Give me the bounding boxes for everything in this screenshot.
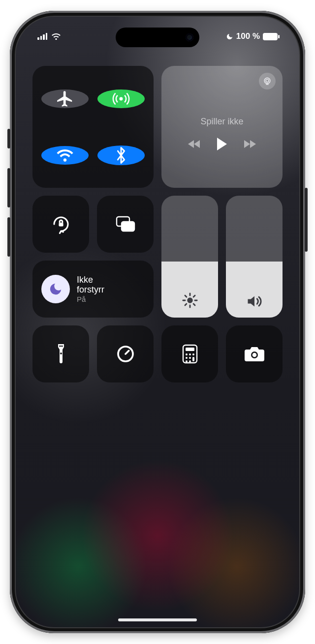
svg-point-6 (187, 297, 192, 303)
svg-point-14 (186, 357, 188, 359)
wifi-status-icon (51, 33, 61, 40)
forward-button[interactable] (242, 139, 257, 149)
cellular-data-toggle[interactable] (97, 89, 145, 108)
moon-icon (48, 282, 63, 296)
svg-rect-10 (186, 348, 194, 351)
control-center: Spiller ikke (32, 66, 283, 382)
brightness-slider[interactable] (161, 196, 218, 318)
svg-point-0 (120, 97, 123, 100)
flashlight-button[interactable] (32, 325, 89, 382)
focus-title-2: forstyrr (77, 285, 104, 295)
airplay-icon (262, 76, 272, 86)
focus-state: På (77, 295, 104, 303)
svg-point-11 (186, 353, 188, 355)
power-hw (305, 188, 308, 252)
airplane-mode-toggle[interactable] (41, 89, 89, 108)
brightness-icon (182, 292, 198, 309)
antenna-icon (112, 89, 130, 108)
svg-point-12 (189, 353, 191, 355)
camera-button[interactable] (226, 325, 283, 382)
play-icon (216, 137, 228, 151)
bluetooth-icon (114, 146, 128, 165)
svg-point-15 (189, 357, 191, 359)
status-bar: 100 % (16, 31, 299, 41)
home-indicator[interactable] (118, 618, 197, 621)
focus-toggle[interactable]: Ikke forstyrr På (32, 261, 154, 318)
forward-icon (242, 139, 257, 149)
svg-point-20 (252, 353, 256, 357)
connectivity-group[interactable] (32, 66, 154, 188)
timer-button[interactable] (97, 325, 154, 382)
focus-title-1: Ikke (77, 275, 104, 285)
bluetooth-toggle[interactable] (97, 146, 145, 165)
calculator-icon (182, 344, 198, 364)
svg-rect-5 (122, 222, 134, 231)
svg-point-13 (192, 353, 194, 355)
moon-circle (41, 275, 70, 303)
airplay-button[interactable] (259, 73, 276, 89)
wifi-toggle[interactable] (41, 146, 89, 165)
rewind-button[interactable] (187, 139, 202, 149)
media-playback-tile[interactable]: Spiller ikke (161, 66, 283, 188)
battery-text: 100 % (236, 31, 260, 41)
volume-icon (246, 294, 263, 309)
orientation-lock-icon (51, 214, 71, 234)
cellular-signal-icon (37, 33, 47, 40)
svg-point-18 (189, 360, 191, 362)
svg-point-1 (266, 79, 269, 82)
wifi-icon (56, 146, 74, 165)
svg-rect-3 (59, 223, 63, 226)
calculator-button[interactable] (161, 325, 218, 382)
flashlight-icon (55, 343, 67, 365)
volume-down-hw (7, 217, 10, 257)
svg-point-2 (264, 78, 270, 84)
orientation-lock-toggle[interactable] (32, 196, 89, 253)
silence-switch (7, 129, 10, 148)
timer-icon (116, 344, 135, 364)
volume-slider[interactable] (226, 196, 283, 318)
rewind-icon (187, 139, 202, 149)
iphone-frame: 100 % (10, 11, 305, 633)
airplane-icon (56, 89, 74, 108)
svg-point-17 (186, 360, 188, 362)
screen-mirroring-icon (115, 215, 136, 233)
svg-rect-16 (192, 357, 194, 361)
camera-icon (244, 346, 265, 362)
screen-mirroring-button[interactable] (97, 196, 154, 253)
volume-fill (226, 262, 283, 318)
battery-icon (263, 33, 278, 40)
moon-status-icon (226, 33, 233, 40)
volume-up-hw (7, 168, 10, 207)
focus-text: Ikke forstyrr På (77, 275, 104, 304)
media-title: Spiller ikke (200, 117, 243, 127)
screen: 100 % (16, 17, 299, 627)
play-button[interactable] (216, 137, 228, 151)
svg-point-7 (60, 352, 62, 354)
brightness-fill (161, 262, 218, 318)
